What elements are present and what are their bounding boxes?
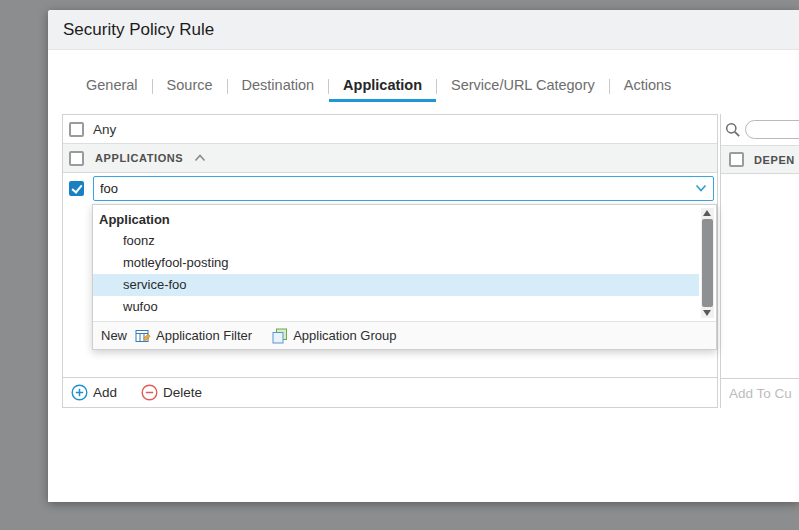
dialog-header: Security Policy Rule [48,10,799,50]
application-group-label: Application Group [293,328,396,343]
delete-button-label: Delete [163,385,202,400]
dropdown-item-selected[interactable]: service-foo [93,274,699,296]
dependencies-select-all-checkbox[interactable] [729,152,744,167]
add-button-label: Add [93,385,117,400]
any-checkbox[interactable] [69,122,84,137]
tab-bar: General Source Destination Application S… [72,70,685,102]
application-filter-icon [135,328,151,344]
dependencies-search-input[interactable] [745,120,799,139]
tab-application[interactable]: Application [329,70,436,102]
applications-column-header[interactable]: APPLICATIONS [95,152,183,164]
tab-destination[interactable]: Destination [228,70,329,102]
dropdown-items: Application foonz motleyfool-posting ser… [93,205,716,322]
tab-general[interactable]: General [72,70,152,102]
dependencies-header-row: DEPEN [721,145,799,174]
tab-source[interactable]: Source [153,70,227,102]
add-button[interactable]: Add [71,384,117,401]
new-label: New [101,328,127,343]
application-group-icon [272,328,288,344]
tab-service-url-category[interactable]: Service/URL Category [437,70,609,102]
applications-panel: Any APPLICATIONS [62,114,718,408]
dialog-title: Security Policy Rule [63,20,214,40]
dropdown-group-label: Application [93,210,716,230]
applications-header-row: APPLICATIONS [63,143,717,173]
sort-ascending-icon[interactable] [194,154,206,162]
new-application-filter-button[interactable]: Application Filter [135,328,252,344]
dropdown-item[interactable]: foonz [93,230,699,252]
delete-circle-icon [141,384,158,401]
desktop-background: Security Policy Rule General Source Dest… [0,0,799,530]
dropdown-scrollbar[interactable] [701,208,714,318]
tab-actions[interactable]: Actions [610,70,686,102]
application-filter-label: Application Filter [156,328,252,343]
dependencies-actions-row: Add To Cu [721,378,799,408]
dropdown-item[interactable]: wufoo [93,296,699,318]
add-circle-icon [71,384,88,401]
application-entry-row [63,173,717,203]
dependencies-column-header[interactable]: DEPEN [754,154,795,166]
dropdown-footer: New Application Filter [93,321,716,349]
dropdown-item[interactable]: motleyfool-posting [93,252,699,274]
row-checkbox[interactable] [69,181,84,196]
add-to-current-button[interactable]: Add To Cu [729,386,792,401]
chevron-down-icon[interactable] [695,184,707,192]
application-combobox [93,176,714,201]
any-label: Any [93,122,116,137]
scroll-thumb[interactable] [702,219,713,307]
panel-actions-row: Add Delete [63,377,717,407]
security-policy-rule-dialog: Security Policy Rule General Source Dest… [48,10,799,502]
scroll-down-icon[interactable] [703,310,711,316]
new-application-group-button[interactable]: Application Group [272,328,396,344]
dependencies-panel: DEPEN Add To Cu [720,114,799,408]
delete-button[interactable]: Delete [141,384,202,401]
search-icon [725,122,741,138]
scroll-up-icon[interactable] [703,210,711,216]
application-filter-input[interactable] [94,181,695,196]
select-all-checkbox[interactable] [69,151,84,166]
any-row: Any [63,115,717,143]
application-suggestions-dropdown: Application foonz motleyfool-posting ser… [92,204,717,350]
dependencies-search-row [721,114,799,145]
